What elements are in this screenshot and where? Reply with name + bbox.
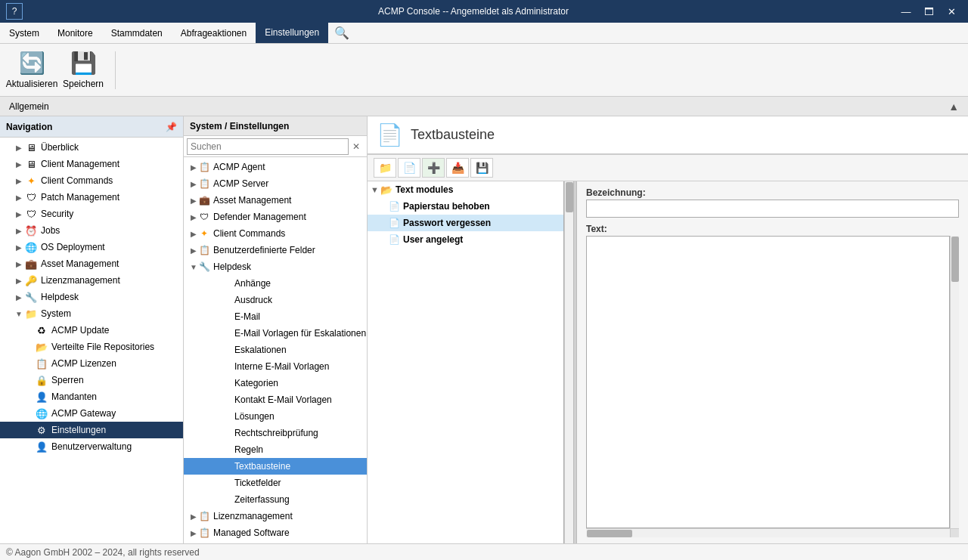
nav-item-mandanten[interactable]: 👤 Mandanten [0,388,183,405]
ct-new-group-button[interactable]: 📁 [374,158,396,178]
nav-item-uberblick[interactable]: ▶ 🖥 Überblick [0,139,183,156]
refresh-icon: 🔄 [19,51,45,76]
content-tree-scrollbar[interactable] [564,181,573,543]
maximize-button[interactable]: 🗖 [918,3,939,20]
tree-anhaenge[interactable]: Anhänge [184,275,367,292]
tree-regeln[interactable]: Regeln [184,441,367,458]
text-scrollbar-v[interactable] [950,236,959,528]
bezeichnung-group: Bezeichnung: [586,187,959,218]
search-clear-button[interactable]: ✕ [349,139,364,154]
ct-add-button[interactable]: ➕ [422,158,445,178]
nav-item-einstellungen[interactable]: ⚙ Einstellungen [0,422,183,438]
tree-client-commands[interactable]: ▶ ✦ Client Commands [184,225,367,242]
tree-kontakt-email[interactable]: Kontakt E-Mail Vorlagen [184,391,367,408]
menu-bar: System Monitore Stammdaten Abfrageaktion… [0,23,968,44]
tree-acmp-agent[interactable]: ▶ 📋 ACMP Agent [184,159,367,175]
nav-item-jobs[interactable]: ▶ ⏰ Jobs [0,222,183,239]
tree-interne-email[interactable]: Interne E-Mail Vorlagen [184,358,367,375]
tree-asset-mgmt[interactable]: ▶ 💼 Asset Management [184,192,367,209]
menu-stammdaten[interactable]: Stammdaten [102,23,172,43]
aktualisieren-label: Aktualisieren [6,79,58,89]
helpdesk-icon: 🔧 [24,292,38,303]
nav-tree: ▶ 🖥 Überblick ▶ 🖥 Client Management ▶ ✦ … [0,138,183,543]
nav-item-acmp-update[interactable]: ♻ ACMP Update [0,322,183,339]
speichern-button[interactable]: 💾 Speichern [60,48,106,92]
ct-user-angelegt[interactable]: 📄 User angelegt [368,231,563,248]
tree-email[interactable]: E-Mail [184,308,367,325]
patch-icon: 🛡 [24,192,38,203]
menu-monitore[interactable]: Monitore [48,23,102,43]
text-scrollbar-h[interactable] [586,528,959,537]
search-box: ✕ [184,136,367,157]
nav-item-patch-management[interactable]: ▶ 🛡 Patch Management [0,189,183,206]
benutzer-icon: 👤 [35,441,48,453]
tree-managed-software[interactable]: ▶ 📋 Managed Software [184,524,367,541]
nav-item-client-management[interactable]: ▶ 🖥 Client Management [0,156,183,172]
lizenz-icon: 🔑 [24,275,38,286]
nav-item-client-commands[interactable]: ▶ ✦ Client Commands [0,172,183,189]
ct-papierstau[interactable]: 📄 Papierstau behoben [368,198,563,215]
nav-item-security[interactable]: ▶ 🛡 Security [0,206,183,222]
nav-item-asset-management[interactable]: ▶ 💼 Asset Management [0,255,183,272]
search-icon[interactable]: 🔍 [334,26,349,40]
search-input[interactable] [187,138,349,155]
nav-title: Navigation [6,122,52,132]
bezeichnung-label: Bezeichnung: [586,187,959,198]
tree-benutzer-felder[interactable]: ▶ 📋 Benutzerdefinierte Felder [184,242,367,258]
left-navigation: Navigation 📌 ▶ 🖥 Überblick ▶ 🖥 Client Ma… [0,116,184,543]
asset-icon: 💼 [24,258,38,270]
lizenzen-icon: 📋 [35,358,48,370]
ct-import-button[interactable]: 📥 [446,158,469,178]
nav-item-benutzerverwaltung[interactable]: 👤 Benutzerverwaltung [0,438,183,455]
close-button[interactable]: ✕ [941,3,962,20]
nav-pin-icon[interactable]: 📌 [166,122,177,132]
bezeichnung-input[interactable] [586,200,959,218]
nav-item-lizenzmanagement[interactable]: ▶ 🔑 Lizenzmanagement [0,272,183,289]
gateway-icon: 🌐 [35,408,48,419]
tree-email-vorlagen[interactable]: E-Mail Vorlagen für Eskalationen [184,325,367,342]
ct-papierstau-icon: 📄 [389,201,400,212]
client-mgmt-icon: 🖥 [24,159,38,170]
tree-ticketfelder[interactable]: Ticketfelder [184,475,367,491]
tree-kategorien[interactable]: Kategorien [184,375,367,391]
content-header-title: Textbausteine [411,127,495,143]
content-header-icon: 📄 [377,122,403,147]
tree-eskalationen[interactable]: Eskalationen [184,342,367,358]
cc-icon: ✦ [197,228,211,239]
ct-passwort-icon: 📄 [389,218,400,228]
help-button[interactable]: ? [6,3,23,20]
minimize-button[interactable]: — [895,3,917,20]
tree-lizenzmanagement[interactable]: ▶ 📋 Lizenzmanagement [184,508,367,524]
menu-system[interactable]: System [0,23,48,43]
tree-textbausteine[interactable]: Textbausteine [184,458,367,475]
nav-item-system[interactable]: ▼ 📁 System [0,305,183,322]
collapse-arrow[interactable]: ▲ [948,101,959,113]
nav-item-os-deployment[interactable]: ▶ 🌐 OS Deployment [0,239,183,255]
ct-export-button[interactable]: 💾 [470,158,493,178]
ct-passwort[interactable]: 📄 Passwort vergessen [368,215,563,231]
content-toolbar: 📁 📄 ➕ 📥 💾 [368,155,968,181]
ct-root-folder-icon: 📂 [380,184,392,196]
status-text: © Aagon GmbH 2002 – 2024, all rights res… [6,547,200,558]
tree-zeiterfassung[interactable]: Zeiterfassung [184,491,367,508]
tree-acmp-server[interactable]: ▶ 📋 ACMP Server [184,175,367,192]
aktualisieren-button[interactable]: 🔄 Aktualisieren [9,48,54,92]
content-body: ▼ 📂 Text modules 📄 Papierstau behoben 📄 … [368,181,968,543]
nav-item-acmp-lizenzen[interactable]: 📋 ACMP Lizenzen [0,355,183,372]
tree-loesungen[interactable]: Lösungen [184,408,367,425]
menu-einstellungen[interactable]: Einstellungen [256,23,328,43]
tree-rechtschreibung[interactable]: Rechtschreibprüfung [184,425,367,441]
menu-abfrageaktionen[interactable]: Abfrageaktionen [172,23,256,43]
tree-helpdesk[interactable]: ▼ 🔧 Helpdesk [184,258,367,275]
verteilte-icon: 📂 [35,342,48,353]
nav-item-sperren[interactable]: 🔒 Sperren [0,372,183,388]
tree-defender-mgmt[interactable]: ▶ 🛡 Defender Management [184,209,367,225]
text-textarea[interactable] [586,236,950,528]
nav-item-acmp-gateway[interactable]: 🌐 ACMP Gateway [0,405,183,422]
einstellungen-icon: ⚙ [35,425,48,436]
ct-new-item-button[interactable]: 📄 [398,158,420,178]
nav-item-verteilte-repos[interactable]: 📂 Verteilte File Repositories [0,339,183,355]
nav-item-helpdesk[interactable]: ▶ 🔧 Helpdesk [0,289,183,305]
ct-root[interactable]: ▼ 📂 Text modules [368,181,563,198]
tree-ausdruck[interactable]: Ausdruck [184,292,367,308]
